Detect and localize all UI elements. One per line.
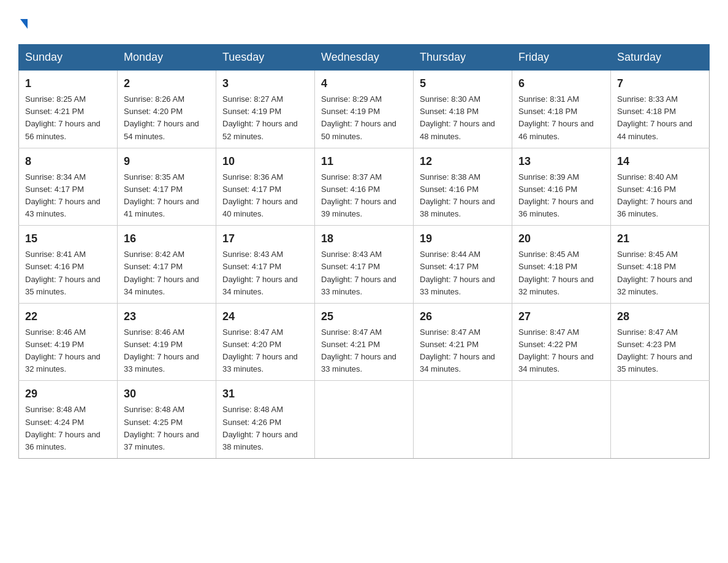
logo-arrow-icon (20, 19, 28, 29)
day-info: Sunrise: 8:44 AMSunset: 4:17 PMDaylight:… (420, 248, 506, 298)
calendar-cell: 21Sunrise: 8:45 AMSunset: 4:18 PMDayligh… (611, 226, 710, 304)
day-number: 7 (617, 75, 703, 92)
calendar-cell: 1Sunrise: 8:25 AMSunset: 4:21 PMDaylight… (19, 71, 118, 148)
calendar-cell: 24Sunrise: 8:47 AMSunset: 4:20 PMDayligh… (216, 303, 315, 381)
day-info: Sunrise: 8:45 AMSunset: 4:18 PMDaylight:… (518, 248, 604, 298)
day-info: Sunrise: 8:46 AMSunset: 4:19 PMDaylight:… (25, 326, 111, 376)
day-number: 2 (124, 75, 210, 92)
day-number: 12 (420, 153, 506, 170)
day-info: Sunrise: 8:42 AMSunset: 4:17 PMDaylight:… (124, 248, 210, 298)
calendar-cell: 28Sunrise: 8:47 AMSunset: 4:23 PMDayligh… (611, 303, 710, 381)
calendar-week-row: 1Sunrise: 8:25 AMSunset: 4:21 PMDaylight… (19, 71, 710, 148)
day-info: Sunrise: 8:33 AMSunset: 4:18 PMDaylight:… (617, 93, 703, 143)
calendar-cell: 18Sunrise: 8:43 AMSunset: 4:17 PMDayligh… (315, 226, 414, 304)
calendar-week-row: 22Sunrise: 8:46 AMSunset: 4:19 PMDayligh… (19, 303, 710, 381)
day-number: 31 (222, 386, 308, 402)
day-info: Sunrise: 8:47 AMSunset: 4:21 PMDaylight:… (321, 326, 407, 376)
calendar-cell: 14Sunrise: 8:40 AMSunset: 4:16 PMDayligh… (611, 148, 710, 226)
day-number: 26 (420, 308, 506, 325)
day-number: 20 (518, 231, 604, 247)
calendar-week-row: 8Sunrise: 8:34 AMSunset: 4:17 PMDaylight… (19, 148, 710, 226)
calendar-cell: 4Sunrise: 8:29 AMSunset: 4:19 PMDaylight… (315, 71, 414, 148)
weekday-header-saturday: Saturday (611, 45, 710, 71)
day-number: 4 (321, 75, 407, 92)
weekday-header-monday: Monday (118, 45, 216, 71)
weekday-header-tuesday: Tuesday (216, 45, 315, 71)
day-number: 18 (321, 231, 407, 247)
calendar-cell: 10Sunrise: 8:36 AMSunset: 4:17 PMDayligh… (216, 148, 315, 226)
day-number: 15 (25, 231, 111, 247)
day-info: Sunrise: 8:47 AMSunset: 4:20 PMDaylight:… (222, 326, 308, 376)
day-info: Sunrise: 8:26 AMSunset: 4:20 PMDaylight:… (124, 93, 210, 143)
day-number: 24 (222, 308, 308, 325)
day-number: 3 (222, 75, 308, 92)
day-info: Sunrise: 8:45 AMSunset: 4:18 PMDaylight:… (617, 248, 703, 298)
day-number: 21 (617, 231, 703, 247)
day-number: 13 (518, 153, 604, 170)
day-number: 11 (321, 153, 407, 170)
day-info: Sunrise: 8:31 AMSunset: 4:18 PMDaylight:… (518, 93, 604, 143)
day-info: Sunrise: 8:48 AMSunset: 4:24 PMDaylight:… (25, 404, 111, 453)
calendar-cell: 23Sunrise: 8:46 AMSunset: 4:19 PMDayligh… (118, 303, 216, 381)
day-number: 22 (25, 308, 111, 325)
day-info: Sunrise: 8:47 AMSunset: 4:21 PMDaylight:… (420, 326, 506, 376)
calendar-cell: 7Sunrise: 8:33 AMSunset: 4:18 PMDaylight… (611, 71, 710, 148)
page-header (18, 12, 710, 32)
calendar-cell: 5Sunrise: 8:30 AMSunset: 4:18 PMDaylight… (414, 71, 512, 148)
calendar-cell: 6Sunrise: 8:31 AMSunset: 4:18 PMDaylight… (512, 71, 611, 148)
calendar-cell (512, 381, 611, 459)
day-number: 25 (321, 308, 407, 325)
weekday-header-wednesday: Wednesday (315, 45, 414, 71)
day-info: Sunrise: 8:37 AMSunset: 4:16 PMDaylight:… (321, 171, 407, 221)
day-info: Sunrise: 8:25 AMSunset: 4:21 PMDaylight:… (25, 93, 111, 143)
weekday-header-row: SundayMondayTuesdayWednesdayThursdayFrid… (19, 45, 710, 71)
day-number: 14 (617, 153, 703, 170)
day-number: 27 (518, 308, 604, 325)
day-number: 5 (420, 75, 506, 92)
day-info: Sunrise: 8:47 AMSunset: 4:23 PMDaylight:… (617, 326, 703, 376)
calendar-cell: 26Sunrise: 8:47 AMSunset: 4:21 PMDayligh… (414, 303, 512, 381)
day-number: 28 (617, 308, 703, 325)
day-number: 9 (124, 153, 210, 170)
day-info: Sunrise: 8:43 AMSunset: 4:17 PMDaylight:… (222, 248, 308, 298)
day-info: Sunrise: 8:34 AMSunset: 4:17 PMDaylight:… (25, 171, 111, 221)
calendar-cell: 12Sunrise: 8:38 AMSunset: 4:16 PMDayligh… (414, 148, 512, 226)
day-number: 10 (222, 153, 308, 170)
calendar-cell (315, 381, 414, 459)
day-info: Sunrise: 8:39 AMSunset: 4:16 PMDaylight:… (518, 171, 604, 221)
day-info: Sunrise: 8:46 AMSunset: 4:19 PMDaylight:… (124, 326, 210, 376)
day-info: Sunrise: 8:27 AMSunset: 4:19 PMDaylight:… (222, 93, 308, 143)
calendar-cell: 31Sunrise: 8:48 AMSunset: 4:26 PMDayligh… (216, 381, 315, 459)
day-number: 1 (25, 75, 111, 92)
calendar-cell: 16Sunrise: 8:42 AMSunset: 4:17 PMDayligh… (118, 226, 216, 304)
calendar-week-row: 29Sunrise: 8:48 AMSunset: 4:24 PMDayligh… (19, 381, 710, 459)
calendar-cell: 22Sunrise: 8:46 AMSunset: 4:19 PMDayligh… (19, 303, 118, 381)
day-info: Sunrise: 8:43 AMSunset: 4:17 PMDaylight:… (321, 248, 407, 298)
calendar-table: SundayMondayTuesdayWednesdayThursdayFrid… (18, 44, 710, 459)
day-number: 19 (420, 231, 506, 247)
day-number: 16 (124, 231, 210, 247)
day-info: Sunrise: 8:48 AMSunset: 4:25 PMDaylight:… (124, 404, 210, 453)
weekday-header-sunday: Sunday (19, 45, 118, 71)
calendar-week-row: 15Sunrise: 8:41 AMSunset: 4:16 PMDayligh… (19, 226, 710, 304)
day-info: Sunrise: 8:30 AMSunset: 4:18 PMDaylight:… (420, 93, 506, 143)
calendar-cell: 9Sunrise: 8:35 AMSunset: 4:17 PMDaylight… (118, 148, 216, 226)
day-info: Sunrise: 8:40 AMSunset: 4:16 PMDaylight:… (617, 171, 703, 221)
calendar-cell (611, 381, 710, 459)
day-info: Sunrise: 8:29 AMSunset: 4:19 PMDaylight:… (321, 93, 407, 143)
calendar-cell (414, 381, 512, 459)
calendar-cell: 15Sunrise: 8:41 AMSunset: 4:16 PMDayligh… (19, 226, 118, 304)
calendar-cell: 13Sunrise: 8:39 AMSunset: 4:16 PMDayligh… (512, 148, 611, 226)
day-info: Sunrise: 8:41 AMSunset: 4:16 PMDaylight:… (25, 248, 111, 298)
day-number: 23 (124, 308, 210, 325)
day-info: Sunrise: 8:36 AMSunset: 4:17 PMDaylight:… (222, 171, 308, 221)
day-info: Sunrise: 8:47 AMSunset: 4:22 PMDaylight:… (518, 326, 604, 376)
calendar-cell: 3Sunrise: 8:27 AMSunset: 4:19 PMDaylight… (216, 71, 315, 148)
calendar-cell: 20Sunrise: 8:45 AMSunset: 4:18 PMDayligh… (512, 226, 611, 304)
calendar-cell: 2Sunrise: 8:26 AMSunset: 4:20 PMDaylight… (118, 71, 216, 148)
day-info: Sunrise: 8:48 AMSunset: 4:26 PMDaylight:… (222, 404, 308, 453)
day-number: 29 (25, 386, 111, 402)
calendar-cell: 25Sunrise: 8:47 AMSunset: 4:21 PMDayligh… (315, 303, 414, 381)
calendar-cell: 27Sunrise: 8:47 AMSunset: 4:22 PMDayligh… (512, 303, 611, 381)
calendar-cell: 29Sunrise: 8:48 AMSunset: 4:24 PMDayligh… (19, 381, 118, 459)
